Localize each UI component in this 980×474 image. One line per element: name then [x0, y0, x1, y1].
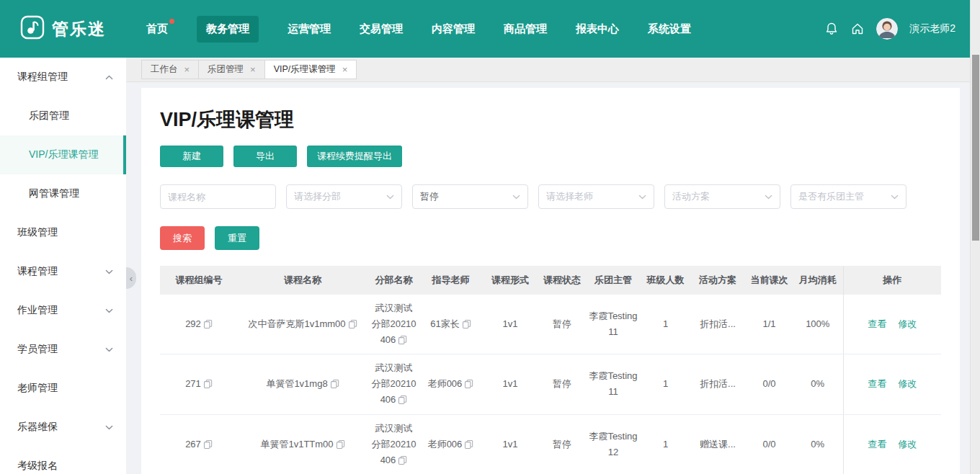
sidebar-item-vip-theory-course-mgmt[interactable]: VIP/乐理课管理: [0, 135, 126, 174]
nav-item-trade-mgmt[interactable]: 交易管理: [360, 22, 403, 36]
sidebar-item-student-mgmt[interactable]: 学员管理: [0, 330, 126, 369]
copy-icon[interactable]: [398, 335, 407, 344]
current-session: 0/0: [746, 414, 793, 474]
tab-workbench[interactable]: 工作台 ×: [141, 60, 199, 79]
sidebar-item-course-mgmt[interactable]: 课程管理: [0, 252, 126, 291]
tab-orchestra-mgmt[interactable]: 乐团管理 ×: [198, 60, 265, 79]
branch-select[interactable]: 请选择分部: [286, 184, 402, 209]
app-window: 管乐迷 首页 教务管理 运营管理 交易管理 内容管理 商品管理 报表中心 系统设…: [0, 0, 980, 474]
nav-item-operation-mgmt[interactable]: 运营管理: [288, 22, 331, 36]
brand-logo[interactable]: 管乐迷: [20, 15, 106, 43]
edit-link[interactable]: 修改: [898, 439, 917, 450]
renewal-export-button[interactable]: 课程续费提醒导出: [307, 146, 402, 167]
close-icon[interactable]: ×: [342, 65, 348, 74]
nav-item-content-mgmt[interactable]: 内容管理: [432, 22, 475, 36]
course-name-input[interactable]: [160, 184, 276, 209]
table-header: 活动方案: [690, 266, 746, 295]
chevron-down-icon: [638, 194, 646, 200]
monthly-consume: 0%: [793, 354, 843, 414]
vertical-scrollbar[interactable]: [970, 0, 980, 474]
copy-icon[interactable]: [203, 319, 213, 328]
current-session: 1/1: [746, 295, 793, 354]
table-header: 课程状态: [539, 266, 585, 295]
copy-icon[interactable]: [336, 439, 345, 449]
bell-icon[interactable]: [824, 22, 839, 36]
copy-icon[interactable]: [398, 395, 407, 404]
sidebar-item-online-course-mgmt[interactable]: 网管课管理: [0, 174, 126, 213]
copy-icon[interactable]: [464, 379, 473, 388]
copy-icon[interactable]: [462, 319, 471, 328]
action-button-row: 新建 导出 课程续费提醒导出: [160, 146, 941, 167]
nav-item-system-settings[interactable]: 系统设置: [648, 22, 691, 36]
copy-icon[interactable]: [464, 439, 473, 449]
sidebar-item-orchestra-mgmt[interactable]: 乐团管理: [0, 97, 126, 135]
teacher-select[interactable]: 请选择老师: [538, 184, 654, 209]
orchestra-leader: 李霞Testing12: [585, 414, 641, 474]
copy-icon[interactable]: [348, 319, 357, 328]
branch-name: 武汉测试分部20210406: [371, 423, 416, 465]
table-header: 课程形式: [481, 266, 539, 295]
edit-link[interactable]: 修改: [898, 318, 917, 329]
teacher-name: 老师006: [428, 378, 463, 389]
course-status: 暂停: [539, 295, 585, 354]
copy-icon[interactable]: [330, 379, 339, 388]
copy-icon[interactable]: [203, 439, 213, 449]
monthly-consume: 0%: [793, 414, 843, 474]
course-form: 1v1: [481, 414, 539, 474]
scrollbar-thumb[interactable]: [972, 55, 979, 241]
search-button[interactable]: 搜索: [160, 226, 205, 250]
chevron-down-icon: [105, 425, 113, 430]
close-icon[interactable]: ×: [184, 65, 190, 74]
edit-link[interactable]: 修改: [898, 378, 917, 389]
copy-icon[interactable]: [398, 455, 407, 465]
chevron-down-icon: [105, 347, 113, 352]
nav-item-goods-mgmt[interactable]: 商品管理: [504, 22, 547, 36]
copy-icon[interactable]: [203, 379, 213, 388]
create-button[interactable]: 新建: [160, 146, 223, 167]
table-row: 292 次中音萨克斯1v1mm00 武汉测试分部20210406 61家长 1v…: [160, 295, 941, 354]
main-nav: 首页 教务管理 运营管理 交易管理 内容管理 商品管理 报表中心 系统设置: [146, 16, 691, 43]
view-link[interactable]: 查看: [868, 439, 886, 450]
chevron-down-icon: [891, 194, 899, 200]
table-row: 267 单簧管1v1TTm00 武汉测试分部20210406 老师006 1v1…: [160, 414, 941, 474]
table-header: 班级人数: [641, 266, 690, 295]
tab-vip-theory-course-mgmt[interactable]: VIP/乐理课管理 ×: [264, 60, 357, 79]
plan-select[interactable]: 活动方案: [664, 184, 780, 209]
chevron-down-icon: [105, 308, 113, 313]
sidebar-item-grading-signup[interactable]: 考级报名: [0, 447, 126, 474]
nav-item-home[interactable]: 首页: [146, 22, 168, 36]
sidebar-item-instrument-maintenance[interactable]: 乐器维保: [0, 408, 126, 447]
view-link[interactable]: 查看: [868, 318, 886, 329]
tab-bar: 工作台 × 乐团管理 × VIP/乐理课管理 ×: [126, 58, 970, 82]
nav-item-academic-mgmt[interactable]: 教务管理: [197, 16, 259, 43]
chevron-up-icon: [105, 75, 113, 80]
leader-select[interactable]: 是否有乐团主管: [790, 184, 906, 209]
nav-item-report-center[interactable]: 报表中心: [576, 22, 619, 36]
class-size: 1: [641, 295, 690, 354]
close-icon[interactable]: ×: [250, 65, 256, 74]
view-link[interactable]: 查看: [868, 378, 886, 389]
table-header: 乐团主管: [585, 266, 641, 295]
table-header-actions: 操作: [843, 266, 941, 295]
avatar[interactable]: [876, 18, 898, 40]
table-row: 271 单簧管1v1mg8 武汉测试分部20210406 老师006 1v1 暂…: [160, 354, 941, 414]
reset-button[interactable]: 重置: [215, 226, 259, 250]
user-name[interactable]: 演示老师2: [909, 22, 956, 35]
navbar-right: 演示老师2: [824, 18, 956, 40]
chevron-down-icon: [765, 194, 772, 200]
orchestra-leader: 李霞Testing11: [585, 295, 641, 354]
status-select[interactable]: 暂停: [412, 184, 528, 209]
course-group-id: 267: [185, 439, 201, 450]
course-status: 暂停: [539, 354, 585, 414]
sidebar-item-homework-mgmt[interactable]: 作业管理: [0, 291, 126, 330]
table-header: 当前课次: [746, 266, 793, 295]
sidebar-item-teacher-mgmt[interactable]: 老师管理: [0, 369, 126, 408]
course-form: 1v1: [481, 354, 539, 414]
branch-name: 武汉测试分部20210406: [371, 362, 416, 405]
home-icon[interactable]: [850, 22, 865, 36]
export-button[interactable]: 导出: [233, 146, 297, 167]
sidebar-item-course-group-mgmt[interactable]: 课程组管理: [0, 58, 126, 97]
monthly-consume: 100%: [793, 295, 843, 354]
sidebar-item-class-mgmt[interactable]: 班级管理: [0, 213, 126, 252]
content-card: VIP/乐理课管理 新建 导出 课程续费提醒导出 请选择分部 暂停 请选择老师: [141, 88, 960, 474]
